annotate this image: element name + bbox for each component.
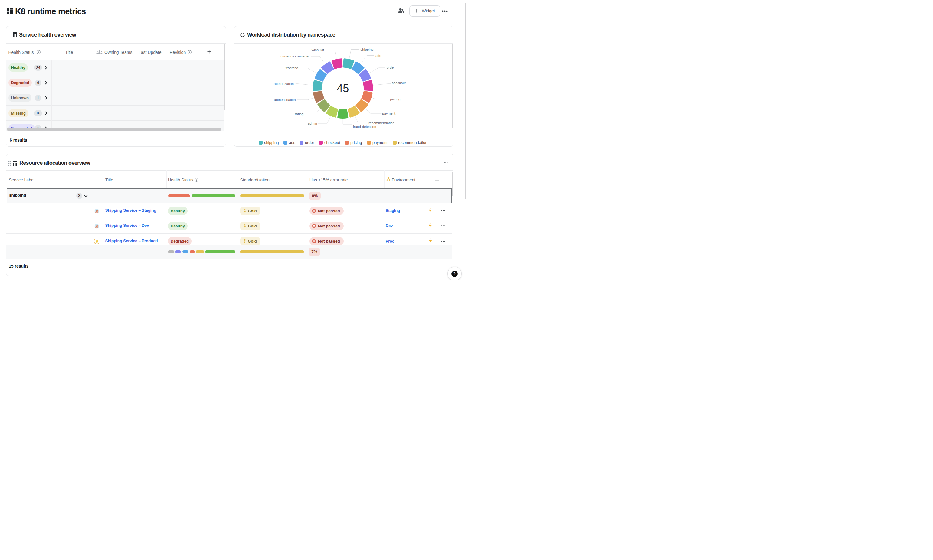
svg-text:shipping: shipping [360, 48, 373, 51]
svg-text:fraud-detection: fraud-detection [353, 125, 376, 129]
svg-text:frontend: frontend [285, 66, 298, 70]
svg-text:ads: ads [376, 54, 381, 57]
svg-text:authorization: authorization [274, 82, 294, 86]
svg-text:authentication: authentication [274, 98, 296, 102]
svg-text:currency-converter: currency-converter [280, 54, 309, 58]
svg-text:admin: admin [307, 122, 317, 125]
svg-text:order: order [386, 66, 395, 69]
svg-text:pricing: pricing [390, 97, 400, 101]
svg-text:recommendation: recommendation [368, 121, 394, 125]
svg-text:checkout: checkout [391, 81, 406, 85]
svg-text:payment: payment [382, 112, 396, 115]
svg-text:rating: rating [295, 112, 303, 116]
svg-text:45: 45 [337, 82, 349, 95]
svg-text:wish-list: wish-list [311, 48, 324, 52]
